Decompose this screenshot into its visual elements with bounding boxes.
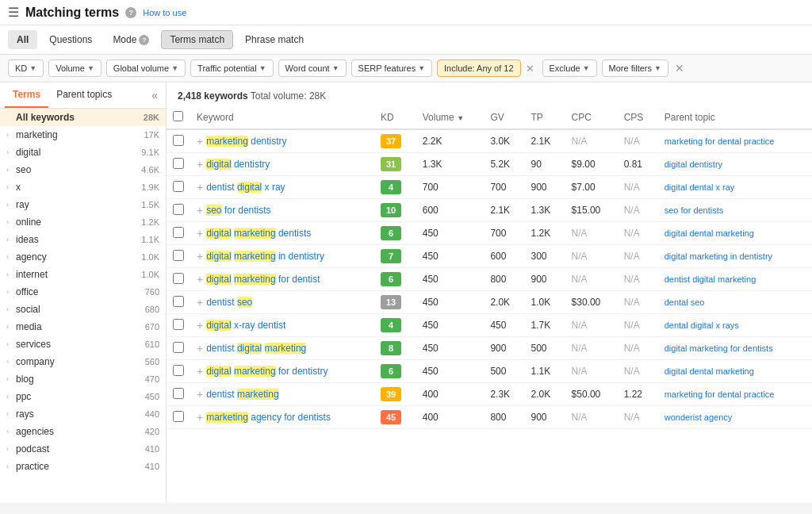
row-add-icon[interactable]: + [197, 365, 203, 378]
keyword-link[interactable]: dentist digital marketing [206, 343, 306, 354]
keyword-link[interactable]: dentist digital x ray [206, 182, 285, 193]
row-checkbox[interactable] [173, 296, 184, 307]
sidebar-item[interactable]: › practice 410 [0, 458, 166, 475]
filter-serp-features[interactable]: SERP features ▼ [351, 59, 432, 77]
parent-topic-link[interactable]: marketing for dental practice [665, 389, 775, 399]
row-add-icon[interactable]: + [197, 227, 203, 240]
sidebar-tab-terms[interactable]: Terms [5, 82, 48, 108]
row-checkbox[interactable] [173, 273, 184, 284]
row-add-icon[interactable]: + [197, 158, 203, 171]
select-all-checkbox[interactable] [173, 111, 183, 121]
row-checkbox[interactable] [173, 204, 184, 215]
sidebar-item[interactable]: › media 670 [0, 318, 166, 336]
hamburger-icon[interactable]: ☰ [8, 5, 19, 20]
parent-topic-link[interactable]: digital dentistry [665, 159, 722, 169]
keyword-link[interactable]: digital dentistry [206, 159, 270, 170]
sidebar-item[interactable]: › ray 1.5K [0, 196, 166, 213]
filter-traffic-potential[interactable]: Traffic potential ▼ [190, 59, 274, 77]
filter-kd[interactable]: KD ▼ [8, 59, 44, 77]
filter-global-volume[interactable]: Global volume ▼ [106, 59, 186, 77]
row-add-icon[interactable]: + [197, 135, 203, 148]
filter-more[interactable]: More filters ▼ [602, 59, 668, 77]
chevron-icon: › [6, 305, 13, 313]
row-checkbox[interactable] [173, 181, 184, 192]
row-add-icon[interactable]: + [197, 342, 203, 355]
filter-include-clear[interactable]: ✕ [523, 61, 538, 76]
row-add-icon[interactable]: + [197, 204, 203, 217]
th-volume[interactable]: Volume ▼ [416, 106, 485, 129]
parent-topic-link[interactable]: digital marketing for dentists [665, 343, 773, 353]
sidebar-item[interactable]: › online 1.2K [0, 213, 166, 231]
sidebar-item[interactable]: › x 1.9K [0, 178, 166, 196]
row-checkbox[interactable] [173, 365, 184, 376]
row-add-icon[interactable]: + [197, 388, 203, 401]
sidebar-item[interactable]: › office 760 [0, 283, 166, 301]
tab-all[interactable]: All [8, 30, 37, 49]
sidebar-item[interactable]: › agencies 420 [0, 423, 166, 440]
sidebar-item[interactable]: › services 610 [0, 336, 166, 353]
parent-topic-link[interactable]: marketing for dental practice [665, 136, 775, 146]
tab-mode[interactable]: Mode ? [104, 30, 158, 49]
sidebar-item[interactable]: › ideas 1.1K [0, 231, 166, 248]
sidebar-item[interactable]: › digital 9.1K [0, 144, 166, 161]
filters-clear-all[interactable]: ✕ [673, 60, 686, 76]
keyword-link[interactable]: digital marketing for dentist [206, 274, 320, 285]
row-checkbox[interactable] [173, 250, 184, 261]
sidebar-item[interactable]: › blog 470 [0, 370, 166, 388]
row-checkbox[interactable] [173, 158, 184, 169]
parent-topic-link[interactable]: dental seo [665, 297, 705, 307]
sidebar-item[interactable]: All keywords 28K [0, 109, 166, 126]
keyword-link[interactable]: digital marketing for dentistry [206, 366, 327, 377]
sidebar-item[interactable]: › podcast 410 [0, 440, 166, 458]
parent-topic-link[interactable]: digital marketing in dentistry [665, 251, 772, 261]
keyword-link[interactable]: digital marketing in dentistry [206, 251, 324, 262]
row-add-icon[interactable]: + [197, 181, 203, 194]
row-checkbox[interactable] [173, 342, 184, 353]
th-keyword[interactable]: Keyword [190, 106, 374, 129]
parent-topic-link[interactable]: dental digital x rays [665, 320, 739, 330]
sidebar-item[interactable]: › rays 440 [0, 405, 166, 423]
row-checkbox[interactable] [173, 388, 184, 399]
parent-topic-link[interactable]: digital dental marketing [665, 228, 754, 238]
keyword-link[interactable]: dentist marketing [206, 389, 278, 400]
parent-topic-link[interactable]: digital dental x ray [665, 182, 735, 192]
help-link[interactable]: How to use [143, 8, 186, 17]
row-checkbox[interactable] [173, 227, 184, 238]
row-add-icon[interactable]: + [197, 411, 203, 424]
tab-questions[interactable]: Questions [40, 30, 101, 49]
keyword-link[interactable]: marketing agency for dentists [206, 412, 331, 423]
row-checkbox[interactable] [173, 411, 184, 422]
row-checkbox[interactable] [173, 319, 184, 330]
sidebar-item[interactable]: › agency 1.0K [0, 248, 166, 266]
sidebar-collapse-icon[interactable]: « [148, 86, 161, 105]
row-add-icon[interactable]: + [197, 273, 203, 286]
keyword-link[interactable]: digital x-ray dentist [206, 320, 285, 331]
filter-include[interactable]: Include: Any of 12 [437, 59, 520, 77]
tab-phrase-match[interactable]: Phrase match [236, 30, 312, 49]
keyword-link[interactable]: seo for dentists [206, 205, 270, 216]
filter-volume[interactable]: Volume ▼ [48, 59, 102, 77]
filter-word-count[interactable]: Word count ▼ [278, 59, 347, 77]
volume-value: 2.2K [423, 136, 442, 147]
keyword-link[interactable]: dentist seo [206, 297, 252, 308]
sidebar-item[interactable]: › ppc 450 [0, 388, 166, 405]
sidebar-item[interactable]: › marketing 17K [0, 126, 166, 144]
parent-topic-link[interactable]: wonderist agency [665, 412, 733, 422]
parent-topic-link[interactable]: seo for dentists [665, 205, 724, 215]
row-add-icon[interactable]: + [197, 250, 203, 263]
row-add-icon[interactable]: + [197, 296, 203, 309]
sidebar-item[interactable]: › social 680 [0, 301, 166, 318]
sidebar-item[interactable]: › company 560 [0, 353, 166, 370]
row-add-icon[interactable]: + [197, 319, 203, 332]
filter-exclude[interactable]: Exclude ▼ [542, 59, 597, 77]
tab-terms-match[interactable]: Terms match [161, 30, 233, 49]
sidebar-item[interactable]: › seo 4.6K [0, 161, 166, 178]
row-volume-cell: 2.2K [416, 129, 485, 153]
keyword-link[interactable]: marketing dentistry [206, 136, 286, 147]
parent-topic-link[interactable]: digital dental marketing [665, 366, 754, 376]
sidebar-item[interactable]: › internet 1.0K [0, 266, 166, 283]
row-checkbox[interactable] [173, 135, 184, 146]
keyword-link[interactable]: digital marketing dentists [206, 228, 311, 239]
parent-topic-link[interactable]: dentist digital marketing [665, 274, 756, 284]
sidebar-tab-parent-topics[interactable]: Parent topics [48, 82, 120, 108]
